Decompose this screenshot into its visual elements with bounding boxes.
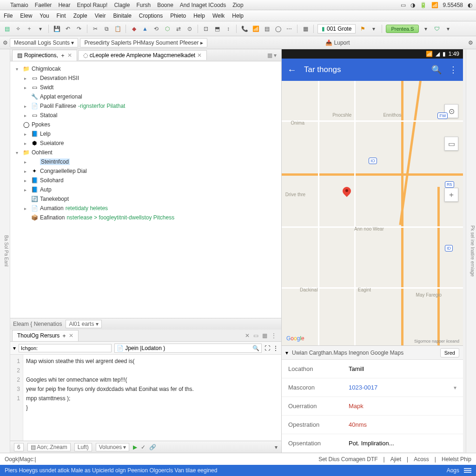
chevron-down-icon[interactable]: ▾ [422,25,430,33]
tree-node[interactable]: 🔄Tanekebopt [12,194,279,204]
property-row[interactable]: OuerrationMapk [282,397,463,416]
tool-icon[interactable]: ⊡ [202,25,210,33]
tree-node[interactable]: ▸▭Swidt [12,83,279,92]
undo-icon[interactable]: ↶ [64,25,72,33]
device-selector[interactable]: ▮001 Grote [317,24,356,33]
chevron-down-icon[interactable]: ▾ [370,25,378,33]
more-icon[interactable]: ⋮ [449,65,457,75]
tool-icon[interactable]: ↕ [224,25,232,33]
tree-node[interactable]: ▸📘Soilohard [12,176,279,185]
grid-icon[interactable]: ▦ [262,332,267,339]
tree-node[interactable]: ▸📘Autp [12,185,279,194]
app-menu-item[interactable]: File [4,13,13,19]
grid-icon[interactable]: ▦ [301,25,310,33]
tree-node[interactable]: 📦Eafination nsterlease > foogleytitnit-d… [12,213,279,222]
tray-icon[interactable]: 📶 [431,2,438,8]
list-icon[interactable]: ▤ [263,25,271,33]
search-input[interactable]: 📄 Jpein |Lodaton )🔍 [114,344,262,353]
app-menu-item[interactable]: Vieir [95,13,106,19]
app-menu-item[interactable]: Fint [57,13,66,19]
map-view[interactable]: ⊙ ▭ ＋ Google Sigornce napper iiceand Oni… [282,81,463,345]
tree-node[interactable]: ◯Ppokes [12,120,279,129]
layers-button[interactable]: ▭ [444,137,458,151]
mac-menu-item[interactable]: Hear [58,2,70,8]
gear-icon[interactable]: ⚙ [468,40,473,46]
app-menu-item[interactable]: Welk [212,13,225,19]
tray-icon[interactable]: ◐ [468,2,472,8]
mac-menu-item[interactable]: And Inaget ICoods [180,2,226,8]
status-item[interactable]: Ajiet [390,456,401,463]
search-icon[interactable]: 🔍 [431,65,442,75]
property-row[interactable]: OpsentationPot. Impliration... [282,434,463,453]
property-row[interactable]: Mascoron1023-0017▾ [282,378,463,397]
search-icon[interactable]: 🔍 [252,345,259,351]
zoom-in-button[interactable]: ＋ [444,188,458,202]
phone-icon[interactable]: 📞 [240,25,249,33]
mac-menu-item[interactable]: Boone [157,2,173,8]
minimize-icon[interactable]: ▭ [253,332,258,339]
mac-menu-item[interactable]: Clagle [114,2,130,8]
filter-input[interactable] [19,344,112,352]
status-item[interactable]: Acoss [414,456,429,463]
tool-icon[interactable]: ⇄ [174,25,183,33]
tree-node[interactable]: ▸📄Paolil Fallirese -rignsterfor Pilathat [12,101,279,111]
tool-icon[interactable]: ⊙ [185,25,194,33]
wifi-icon[interactable]: 📶 [251,25,260,33]
mac-menu-item[interactable]: Enpol Raup! [77,2,107,8]
tree-node[interactable]: ▸📘Lelp [12,129,279,139]
tab-main[interactable]: ▤Ropinections,＋✕ [12,50,77,61]
tree-node[interactable]: 🔧Applat ergerional [12,92,279,101]
tab-sub[interactable]: ◌cLeople erede Ampleone Magcmenelkadet✕ [78,50,207,60]
status-item[interactable]: Helelst Phip [442,456,471,463]
app-menu-item[interactable]: Croptions [139,13,163,19]
chevron-down-icon[interactable]: ▾ [36,25,45,33]
mac-menu-item[interactable]: Faeller [35,2,52,8]
tray-icon[interactable]: ◑ [410,2,415,8]
add-icon[interactable]: ＋ [25,25,33,33]
tree-node[interactable]: ▸✦Congraellellep Dial [12,166,279,176]
status-item[interactable]: Luft) [74,443,92,451]
back-icon[interactable]: ← [287,65,297,75]
project-tree[interactable]: ▾📁Chigmlocak▸▭Desvration HSII▸▭Swidt🔧App… [10,61,281,318]
tree-node[interactable]: ▾📁Chigmlocak [12,64,279,73]
breadcrumb-item[interactable]: Mesonall Logis Scunts ▾ [10,38,78,47]
close-icon[interactable]: ✕ [245,332,250,339]
copy-icon[interactable]: ⧉ [102,25,111,33]
app-menu-item[interactable]: Binitale [113,13,131,19]
flag-icon[interactable]: ⚑ [358,25,367,33]
mac-menu-item[interactable]: Fursh [136,2,151,8]
tray-icon[interactable]: ▭ [401,2,406,8]
tree-node[interactable]: ▸⬢Sueiatore [12,139,279,148]
app-menu-item[interactable]: Help [193,13,205,19]
mac-menu-item[interactable]: Tamaio [10,2,28,8]
chevron-down-icon[interactable]: ▾ [285,350,288,356]
code-editor[interactable]: 12231 Map wision steathe this wel argren… [10,355,281,441]
dots-icon[interactable]: ⋯ [285,25,293,33]
tree-node[interactable]: ▸▭Desvration HSII [12,73,279,83]
import-icon[interactable]: 📥 Luport [325,40,350,46]
app-menu-item[interactable]: Zople [73,13,87,19]
paste-icon[interactable]: 📋 [113,25,122,33]
app-menu-item[interactable]: Phieto [170,13,186,19]
cut-icon[interactable]: ✂ [91,25,99,33]
tool-icon[interactable]: ⟲ [152,25,160,33]
tree-node[interactable]: ▸▭Statoal [12,111,279,120]
close-icon[interactable]: ✕ [67,52,72,59]
menu-icon[interactable] [464,470,471,471]
map-marker[interactable] [342,187,352,197]
tree-node[interactable]: ▸📄Aumation retetidaty heletes [12,204,279,213]
tool-icon[interactable]: ▲ [141,25,149,33]
close-icon[interactable]: ✕ [69,332,73,339]
status-icon[interactable]: ▶ [133,444,137,450]
tool-icon[interactable]: ◆ [130,25,138,33]
circle-icon[interactable]: ◯ [274,25,282,33]
status-icon[interactable]: ✓ [141,444,145,450]
tool-icon[interactable]: ⬒ [213,25,221,33]
status-icon[interactable]: 🔗 [149,444,156,450]
save-icon[interactable]: 💾 [53,25,61,33]
breadcrumb-item[interactable]: Presedirty Saplerts PHMasy Soument Pfees… [80,38,207,47]
tool-icon[interactable]: ⬡ [163,25,172,33]
new-icon[interactable]: ▤ [3,25,11,33]
more-icon[interactable]: ⋮ [271,332,277,339]
app-menu-item[interactable]: You [40,13,49,19]
